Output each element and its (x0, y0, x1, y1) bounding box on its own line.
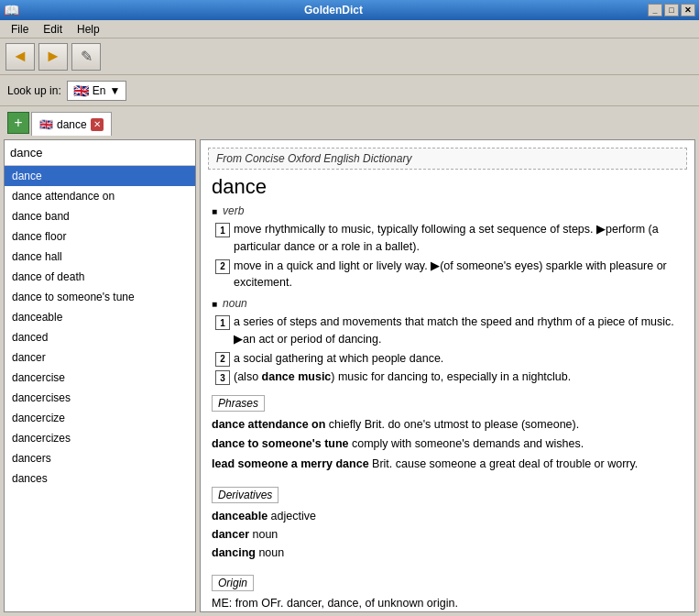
word-list: dancedance attendance ondance banddance … (5, 166, 195, 611)
noun-sense-3: 3 (also dance music) music for dancing t… (215, 368, 683, 386)
word-list-item[interactable]: dance (5, 166, 195, 186)
forward-icon: ► (45, 47, 61, 66)
verb-sense-2: 2 move in a quick and light or lively wa… (215, 258, 683, 292)
app-icon: 📖 (4, 3, 19, 17)
phrase-1-bold: dance attendance on (212, 418, 325, 431)
tab-flag-icon: 🇬🇧 (39, 118, 53, 131)
word-list-item[interactable]: dancercize (5, 408, 195, 428)
pos-verb: ■ verb (212, 204, 683, 217)
verb-sense-1-text: move rhythmically to music, typically fo… (234, 221, 683, 256)
derivative-1-rest: adjective (268, 510, 316, 522)
entry-word: dance (212, 175, 683, 199)
noun-label: noun (223, 297, 247, 310)
noun-sense-1-text: a series of steps and movements that mat… (234, 314, 683, 348)
back-button[interactable]: ◄ (5, 43, 35, 71)
phrases-section: Phrases dance attendance on chiefly Brit… (212, 388, 683, 474)
sense-number-1: 1 (215, 223, 230, 237)
noun-sense-2: 2 a social gathering at which people dan… (215, 350, 683, 368)
close-button[interactable]: ✕ (681, 4, 695, 16)
word-list-panel: dancedance attendance ondance banddance … (4, 139, 196, 612)
dictionary-source: From Concise Oxford English Dictionary (208, 148, 687, 170)
phrase-1-rest: chiefly Brit. do one's utmost to please … (325, 418, 579, 431)
derivative-3-bold: dancing (212, 546, 256, 559)
forward-button[interactable]: ► (38, 43, 68, 71)
phrase-1: dance attendance on chiefly Brit. do one… (212, 415, 683, 434)
tab-close-button[interactable]: ✕ (91, 118, 104, 131)
phrase-3: lead someone a merry dance Brit. cause s… (212, 455, 683, 474)
word-list-item[interactable]: dance band (5, 206, 195, 226)
word-list-item[interactable]: dance hall (5, 247, 195, 267)
derivative-3: dancing noun (212, 544, 683, 562)
derivative-2: dancer noun (212, 525, 683, 544)
word-list-item[interactable]: dance of death (5, 267, 195, 287)
derivatives-label: Derivatives (212, 487, 279, 503)
sense-number-2: 2 (215, 259, 230, 274)
window-controls: _ □ ✕ (648, 4, 695, 16)
word-list-item[interactable]: dance to someone's tune (5, 287, 195, 307)
word-list-item[interactable]: danceable (5, 307, 195, 327)
scan-icon: ✎ (81, 48, 93, 65)
derivative-3-rest: noun (256, 546, 284, 559)
phrases-label: Phrases (212, 395, 265, 412)
noun-senses: 1 a series of steps and movements that m… (212, 314, 683, 386)
toolbar: ◄ ► ✎ (0, 38, 699, 75)
pos-noun: ■ noun (212, 297, 683, 310)
noun-sense-1: 1 a series of steps and movements that m… (215, 314, 683, 348)
word-list-item[interactable]: dancers (5, 448, 195, 468)
scan-button[interactable]: ✎ (71, 43, 101, 71)
bullet-icon-2: ■ (212, 299, 217, 309)
word-list-item[interactable]: danced (5, 327, 195, 347)
definition-content: dance ■ verb 1 move rhythmically to musi… (201, 175, 694, 612)
word-list-item[interactable]: dance floor (5, 226, 195, 247)
language-label: En (93, 84, 106, 97)
derivative-1-bold: danceable (212, 510, 268, 522)
add-tab-button[interactable]: + (7, 112, 29, 134)
derivative-1: danceable adjective (212, 507, 683, 525)
tab-dance[interactable]: 🇬🇧 dance ✕ (31, 112, 112, 136)
verb-sense-2-text: move in a quick and light or lively way.… (234, 258, 683, 292)
word-list-item[interactable]: dance attendance on (5, 186, 195, 206)
file-menu[interactable]: File (4, 21, 36, 38)
dropdown-arrow-icon: ▼ (109, 84, 120, 97)
noun-sense-number-1: 1 (215, 315, 230, 330)
phrase-2: dance to someone's tune comply with some… (212, 434, 683, 454)
word-list-item[interactable]: dancercizes (5, 428, 195, 448)
flag-icon: 🇬🇧 (73, 83, 89, 98)
language-selector[interactable]: 🇬🇧 En ▼ (67, 81, 127, 101)
origin-text: ME: from OFr. dancer, dance, of unknown … (212, 595, 683, 612)
tab-bar: + 🇬🇧 dance ✕ (0, 106, 699, 136)
word-list-item[interactable]: dancercises (5, 388, 195, 408)
lookup-bar: Look up in: 🇬🇧 En ▼ (0, 75, 699, 106)
help-menu[interactable]: Help (70, 21, 107, 38)
noun-sense-3-text: (also dance music) music for dancing to,… (234, 368, 683, 386)
noun-sense-number-2: 2 (215, 352, 230, 367)
minimize-button[interactable]: _ (648, 4, 662, 16)
origin-section: Origin ME: from OFr. dancer, dance, of u… (212, 567, 683, 612)
word-list-item[interactable]: dancer (5, 347, 195, 368)
window-title: GoldenDict (19, 4, 648, 16)
word-list-item[interactable]: dancercise (5, 368, 195, 388)
verb-sense-1: 1 move rhythmically to music, typically … (215, 221, 683, 256)
verb-senses: 1 move rhythmically to music, typically … (212, 221, 683, 292)
verb-label: verb (223, 204, 244, 217)
lookup-label: Look up in: (7, 84, 61, 97)
origin-label: Origin (212, 575, 254, 591)
maximize-button[interactable]: □ (664, 4, 679, 16)
phrase-3-bold: lead someone a merry dance (212, 457, 369, 470)
derivative-2-rest: noun (249, 528, 278, 541)
main-area: dancedance attendance ondance banddance … (0, 136, 699, 616)
phrase-3-rest: Brit. cause someone a great deal of trou… (369, 457, 639, 470)
word-list-item[interactable]: dances (5, 468, 195, 489)
derivative-2-bold: dancer (212, 528, 249, 541)
definition-panel: From Concise Oxford English Dictionary d… (200, 139, 695, 612)
tab-label: dance (57, 118, 87, 131)
noun-sense-number-3: 3 (215, 370, 230, 385)
phrase-2-rest: comply with someone's demands and wishes… (349, 437, 584, 450)
back-icon: ◄ (12, 47, 28, 66)
derivatives-section: Derivatives danceable adjective dancer n… (212, 479, 683, 562)
phrase-2-bold: dance to someone's tune (212, 437, 349, 450)
search-input[interactable] (5, 140, 195, 166)
edit-menu[interactable]: Edit (36, 21, 70, 38)
menu-bar: File Edit Help (0, 20, 699, 38)
noun-sense-2-text: a social gathering at which people dance… (234, 350, 683, 368)
